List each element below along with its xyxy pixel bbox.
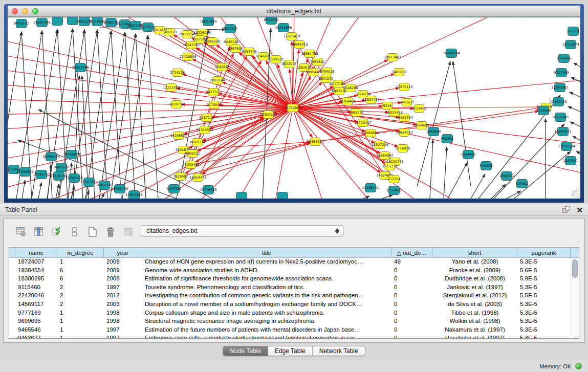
table-row[interactable]: 946362711997Embryonic stem cells: a mode…: [9, 334, 571, 339]
table-row[interactable]: 2242004622012Investigating the contribut…: [9, 292, 571, 300]
table-cell: 5.6E-5: [517, 267, 571, 275]
table-cell: Structural magnetic resonance image aver…: [142, 317, 391, 326]
show-columns-icon[interactable]: [33, 226, 45, 238]
table-row[interactable]: 911546021997Tourette syndrome. Phenomeno…: [9, 283, 571, 292]
graph-node-label: 7625402: [173, 174, 188, 179]
table-cell: 1998: [104, 309, 142, 318]
table-scrollbar[interactable]: [571, 258, 579, 338]
graph-node-label: 18724007: [284, 106, 301, 110]
graph-node-label: 7986372: [349, 111, 364, 115]
row-gutter: [9, 267, 15, 275]
table-cell: Franke et al. (2009): [432, 267, 517, 275]
table-row[interactable]: 946554611997Estimation of the future num…: [9, 326, 571, 335]
graph-node-label: 8498222: [185, 151, 200, 156]
memory-status-label: Memory: OK: [539, 363, 571, 369]
graph-node[interactable]: [236, 192, 247, 199]
graph-node-label: 16543382: [183, 43, 200, 47]
row-gutter: [9, 292, 15, 300]
table-cell: 9115460: [15, 283, 57, 292]
table-cell: Yano et al. (2008): [432, 258, 517, 267]
table-cell: Wolkin et al. (1998): [432, 317, 517, 326]
table-row[interactable]: 1938455462009Genome-wide association stu…: [9, 267, 571, 275]
column-header-year[interactable]: year: [104, 248, 142, 257]
table-row[interactable]: 1872400712008Changes of HCN gene express…: [9, 258, 571, 267]
table-settings-icon[interactable]: [15, 226, 27, 238]
graph-node-label: 2867608: [228, 47, 243, 51]
graph-node-label: 11156869: [16, 170, 33, 174]
tab-network-table[interactable]: Network Table: [312, 346, 365, 356]
graph-edge: [570, 122, 580, 130]
graph-node-label: 9329966: [557, 56, 572, 60]
delete-table-icon[interactable]: [122, 226, 135, 238]
float-panel-icon[interactable]: [562, 205, 570, 215]
column-header-title[interactable]: title: [142, 248, 391, 257]
graph-node[interactable]: [52, 17, 63, 26]
network-canvas[interactable]: 1872400789601238912954182260589327508165…: [8, 17, 580, 199]
graph-node-label: 20364436: [339, 99, 356, 103]
column-header-pagerank[interactable]: pagerank: [517, 248, 571, 257]
table-panel-header: Table Panel ✕: [0, 204, 588, 216]
graph-edge: [363, 196, 369, 199]
column-header-in_degree[interactable]: in_degree: [57, 248, 104, 257]
table-cell: Estimation of the future numbers of pati…: [142, 326, 391, 335]
graph-node-label: 9097588: [54, 165, 69, 169]
table-row[interactable]: 1830029562008Estimation of significance …: [9, 275, 571, 283]
table-row[interactable]: 969969511998Structural magnetic resonanc…: [9, 317, 571, 326]
unselect-all-icon[interactable]: [69, 226, 81, 238]
graph-node-label: 19218996: [275, 26, 292, 30]
row-gutter: [9, 334, 15, 339]
table-body[interactable]: 1872400712008Changes of HCN gene express…: [9, 258, 571, 338]
select-all-icon[interactable]: [51, 226, 63, 238]
trash-icon[interactable]: [104, 226, 117, 238]
table-row[interactable]: 1456911722003Disruption of a novel membe…: [9, 300, 571, 309]
memory-ok-indicator[interactable]: [575, 363, 582, 369]
graph-node-label: 18226058: [193, 31, 210, 35]
graph-node-label: 8215955: [536, 108, 551, 113]
status-bar: Memory: OK: [0, 360, 588, 372]
new-document-icon[interactable]: [86, 226, 99, 238]
table-cell: 2: [57, 300, 104, 309]
table-cell: 5.3E-5: [517, 326, 571, 335]
graph-node-label: 12505135: [66, 176, 82, 180]
graph-node-label: 11172: [568, 29, 579, 33]
column-header-name[interactable]: name: [15, 248, 57, 257]
graph-node-label: 16640910: [291, 42, 308, 47]
graph-node-label: 9267110: [200, 116, 214, 120]
tab-edge-table[interactable]: Edge Table: [268, 346, 312, 356]
graph-edge: [448, 163, 467, 199]
graph-node-label: 10807487: [362, 98, 379, 102]
table-scrollbar-thumb[interactable]: [572, 259, 578, 278]
close-panel-icon[interactable]: ✕: [576, 206, 583, 215]
dropdown-arrows-icon: [334, 228, 343, 234]
graph-node-label: 17016504: [558, 144, 575, 148]
table-cell: 1997: [104, 334, 142, 339]
table-cell: 1998: [104, 317, 142, 326]
row-gutter: [9, 300, 15, 309]
graph-node-label: 15716485: [200, 188, 216, 192]
table-panel-body: f(x) citations_edges.txt namein_degreeye…: [3, 218, 585, 343]
graph-node-label: 10973493: [384, 55, 401, 59]
window-titlebar[interactable]: citations_edges.txt: [8, 6, 580, 17]
graph-node-label: 8186328: [205, 39, 220, 43]
table-cell: 5.9E-5: [517, 275, 571, 283]
graph-node-label: 9115460: [412, 106, 427, 111]
table-cell: Jankovic et al. (1997): [432, 283, 517, 292]
network-window: citations_edges.txt 18724007896012389129…: [4, 4, 584, 203]
table-row[interactable]: 977716911998Corpus callosum shape and si…: [9, 309, 571, 318]
table-selector-dropdown[interactable]: citations_edges.txt: [141, 225, 343, 236]
graph-edge: [8, 108, 293, 191]
table-cell: 2012: [104, 292, 142, 300]
graph-node-label: 924502: [516, 182, 529, 186]
table-cell: 5.3E-5: [517, 317, 571, 326]
network-svg: 1872400789601238912954182260589327508165…: [8, 17, 580, 199]
graph-node-label: 1733426: [387, 188, 402, 192]
table-cell: 22420046: [15, 292, 57, 300]
column-header-short[interactable]: short: [432, 248, 517, 257]
window-resize-grip[interactable]: [572, 190, 579, 198]
column-header-out_degree[interactable]: △ out_de…: [391, 248, 432, 257]
tab-node-table[interactable]: Node Table: [223, 346, 268, 356]
table-toolbar: f(x): [15, 225, 153, 239]
graph-node[interactable]: [277, 192, 288, 199]
table-cell: 6: [57, 267, 104, 275]
graph-node-label: 7515520: [141, 25, 156, 29]
